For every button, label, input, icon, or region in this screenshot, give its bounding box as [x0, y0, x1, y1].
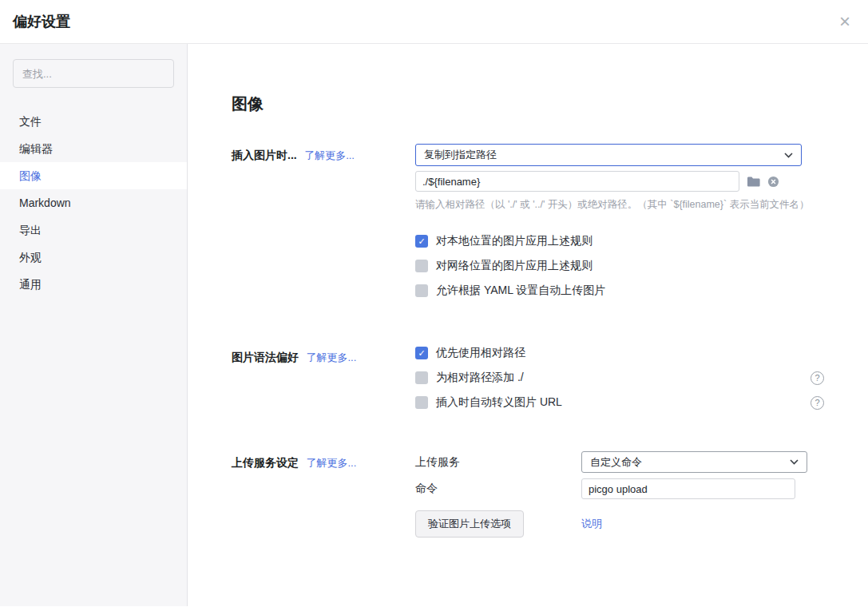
folder-icon[interactable]	[747, 176, 760, 188]
insert-learn-more-link[interactable]: 了解更多...	[304, 149, 355, 161]
checkbox-box[interactable]: ✓	[415, 260, 428, 272]
upload-section-label: 上传服务设定	[232, 456, 299, 469]
insert-controls: 复制到指定路径	[415, 144, 824, 308]
checkbox-label: 允许根据 YAML 设置自动上传图片	[436, 284, 605, 298]
checkbox-escape-image-url[interactable]: ✓ 插入时自动转义图片 URL ?	[415, 395, 824, 410]
page-title: 图像	[232, 93, 824, 115]
window-title: 偏好设置	[13, 12, 70, 31]
sidebar-item-files[interactable]: 文件	[0, 108, 187, 135]
close-icon[interactable]: ×	[839, 12, 850, 31]
syntax-section-label: 图片语法偏好	[232, 351, 299, 363]
sidebar-item-export[interactable]: 导出	[0, 216, 187, 244]
section-upload-service: 上传服务设定 了解更多... 上传服务 自定义命令	[232, 451, 824, 538]
search-box	[13, 59, 174, 88]
checkbox-prefer-relative-path[interactable]: ✓ 优先使用相对路径	[415, 346, 824, 360]
insert-mode-select[interactable]: 复制到指定路径	[415, 144, 802, 166]
checkbox-label: 优先使用相对路径	[436, 346, 525, 360]
upload-service-selected-value: 自定义命令	[590, 455, 790, 470]
checkbox-label: 为相对路径添加 ./	[436, 371, 524, 385]
upload-service-label: 上传服务	[415, 455, 581, 470]
insert-checkbox-group: ✓ 对本地位置的图片应用上述规则 ✓ 对网络位置的图片应用上述规则 ✓ 允许根据…	[415, 234, 824, 298]
checkbox-add-dot-slash[interactable]: ✓ 为相对路径添加 ./ ?	[415, 371, 824, 385]
checkbox-box[interactable]: ✓	[415, 235, 428, 248]
command-label: 命令	[415, 482, 581, 496]
section-insert-image: 插入图片时... 了解更多... 复制到指定路径	[232, 144, 824, 308]
target-path-input[interactable]	[415, 171, 739, 192]
section-label-col: 上传服务设定 了解更多...	[232, 451, 415, 538]
checkbox-apply-local-images[interactable]: ✓ 对本地位置的图片应用上述规则	[415, 234, 824, 248]
upload-controls: 上传服务 自定义命令 命令 验	[415, 451, 824, 538]
validate-upload-button[interactable]: 验证图片上传选项	[415, 510, 524, 538]
checkbox-box[interactable]: ✓	[415, 371, 428, 384]
clear-circle-icon[interactable]	[767, 176, 779, 188]
help-icon[interactable]: ?	[811, 396, 824, 410]
window-header: 偏好设置 ×	[0, 0, 868, 44]
upload-service-select[interactable]: 自定义命令	[581, 451, 807, 473]
checkbox-apply-network-images[interactable]: ✓ 对网络位置的图片应用上述规则	[415, 259, 824, 273]
upload-learn-more-link[interactable]: 了解更多...	[306, 457, 356, 469]
upload-service-row: 上传服务 自定义命令	[415, 451, 824, 473]
upload-command-row: 命令	[415, 478, 824, 499]
preferences-window: 偏好设置 × 文件 编辑器 图像 Markdown 导出 外观 通用 图像 插入…	[0, 0, 868, 607]
main-content: 图像 插入图片时... 了解更多... 复制到指定路径	[188, 44, 868, 606]
checkbox-label: 插入时自动转义图片 URL	[436, 395, 562, 410]
path-hint-text: 请输入相对路径（以 './' 或 '../' 开头）或绝对路径。（其中 `${f…	[415, 198, 824, 212]
section-image-syntax: 图片语法偏好 了解更多... ✓ 优先使用相对路径 ✓ 为相对路径添加 ./ ?…	[232, 346, 824, 420]
insert-section-label: 插入图片时...	[232, 149, 297, 161]
section-label-col: 图片语法偏好 了解更多...	[232, 346, 415, 420]
section-label-col: 插入图片时... 了解更多...	[232, 144, 415, 308]
sidebar: 文件 编辑器 图像 Markdown 导出 外观 通用	[0, 44, 188, 606]
chevron-down-icon	[784, 153, 793, 158]
search-input[interactable]	[13, 59, 174, 88]
command-input[interactable]	[581, 478, 795, 499]
sidebar-item-markdown[interactable]: Markdown	[0, 189, 187, 216]
checkbox-box[interactable]: ✓	[415, 284, 428, 297]
chevron-down-icon	[790, 459, 799, 465]
help-icon[interactable]: ?	[811, 371, 824, 385]
checkbox-yaml-auto-upload[interactable]: ✓ 允许根据 YAML 设置自动上传图片	[415, 284, 824, 298]
window-body: 文件 编辑器 图像 Markdown 导出 外观 通用 图像 插入图片时... …	[0, 44, 868, 606]
checkbox-label: 对网络位置的图片应用上述规则	[436, 259, 593, 273]
validate-button-cell: 验证图片上传选项	[415, 510, 581, 538]
checkbox-box[interactable]: ✓	[415, 347, 428, 359]
syntax-learn-more-link[interactable]: 了解更多...	[306, 351, 356, 363]
sidebar-item-image[interactable]: 图像	[0, 162, 187, 189]
instructions-link[interactable]: 说明	[581, 517, 602, 531]
checkbox-box[interactable]: ✓	[415, 396, 428, 409]
sidebar-item-general[interactable]: 通用	[0, 271, 187, 298]
insert-mode-selected-value: 复制到指定路径	[424, 148, 784, 162]
upload-actions-row: 验证图片上传选项 说明	[415, 510, 824, 538]
path-input-row	[415, 171, 824, 192]
sidebar-item-editor[interactable]: 编辑器	[0, 135, 187, 162]
sidebar-item-appearance[interactable]: 外观	[0, 244, 187, 271]
checkbox-label: 对本地位置的图片应用上述规则	[436, 234, 593, 248]
syntax-controls: ✓ 优先使用相对路径 ✓ 为相对路径添加 ./ ? ✓ 插入时自动转义图片 UR…	[415, 346, 824, 420]
